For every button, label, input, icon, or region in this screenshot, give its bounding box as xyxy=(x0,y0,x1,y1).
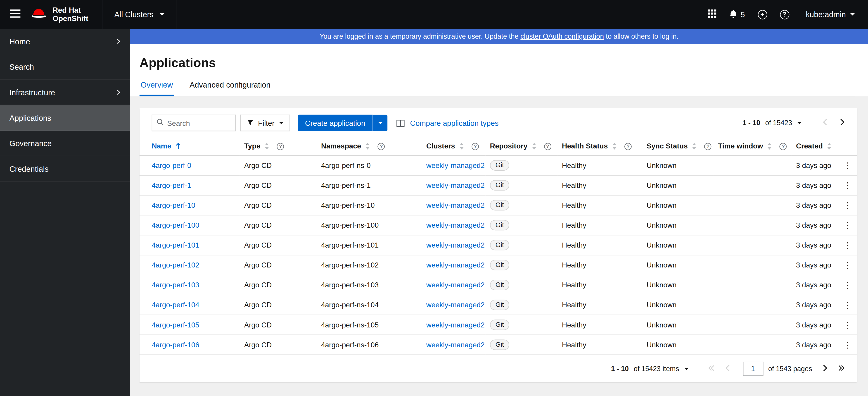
first-page-button[interactable] xyxy=(705,363,718,374)
filter-button[interactable]: Filter xyxy=(240,115,290,131)
last-page-button[interactable] xyxy=(835,363,848,374)
tab-advanced-configuration[interactable]: Advanced configuration xyxy=(188,80,272,96)
help-icon[interactable] xyxy=(705,143,712,150)
pagination-menu-toggle[interactable]: 1 - 10 of 15423 items xyxy=(611,365,689,372)
cell-created: 3 days ago xyxy=(792,255,836,275)
cluster-link[interactable]: weekly-managed2 xyxy=(426,181,485,189)
column-sort-button[interactable]: Repository xyxy=(490,142,536,150)
compare-application-types-link[interactable]: Compare application types xyxy=(410,119,498,127)
app-launcher-button[interactable] xyxy=(708,9,716,20)
sidebar-item-label: Home xyxy=(9,37,30,46)
application-name-link[interactable]: 4argo-perf-103 xyxy=(152,281,199,289)
table-row: 4argo-perf-106Argo CD4argo-perf-ns-106we… xyxy=(140,335,857,355)
search-input[interactable] xyxy=(167,119,231,127)
previous-page-button[interactable] xyxy=(722,363,733,374)
pagination-menu-toggle[interactable]: 1 - 10 of 15423 xyxy=(742,119,802,127)
help-icon[interactable] xyxy=(780,143,787,150)
column-sort-button[interactable]: Name xyxy=(152,142,181,150)
angle-left-icon xyxy=(823,119,828,127)
cluster-link[interactable]: weekly-managed2 xyxy=(426,221,485,230)
create-application-button[interactable]: Create application xyxy=(298,115,372,131)
column-sort-button[interactable]: Sync Status xyxy=(647,142,696,150)
sidebar-item-search[interactable]: Search xyxy=(0,54,130,80)
cell-name: 4argo-perf-106 xyxy=(140,335,240,355)
cell-actions: ⋮ xyxy=(836,215,857,235)
sidebar-item-label: Applications xyxy=(9,113,51,122)
row-kebab-menu-button[interactable]: ⋮ xyxy=(840,319,855,330)
add-resource-button[interactable]: + xyxy=(757,10,767,19)
cluster-link[interactable]: weekly-managed2 xyxy=(426,201,485,210)
cell-actions: ⋮ xyxy=(836,175,857,195)
help-icon[interactable] xyxy=(472,143,479,150)
row-kebab-menu-button[interactable]: ⋮ xyxy=(840,300,855,310)
row-kebab-menu-button[interactable]: ⋮ xyxy=(840,160,855,171)
current-page-input[interactable] xyxy=(743,362,763,375)
sidebar-item-applications[interactable]: Applications xyxy=(0,105,130,131)
notifications-button[interactable]: 5 xyxy=(729,9,745,20)
user-menu-dropdown[interactable]: kube:admin xyxy=(806,10,855,19)
column-sort-button[interactable]: Time window xyxy=(718,142,772,150)
caret-down-icon xyxy=(797,122,802,124)
cell-health-status: Healthy xyxy=(557,275,642,295)
tab-overview[interactable]: Overview xyxy=(140,80,174,96)
sidebar-item-credentials[interactable]: Credentials xyxy=(0,156,130,182)
application-name-link[interactable]: 4argo-perf-102 xyxy=(152,261,199,269)
main-content: You are logged in as a temporary adminis… xyxy=(130,29,868,396)
row-kebab-menu-button[interactable]: ⋮ xyxy=(840,200,855,211)
cluster-link[interactable]: weekly-managed2 xyxy=(426,281,485,289)
cell-sync-status: Unknown xyxy=(642,315,714,335)
banner-text-before: You are logged in as a temporary adminis… xyxy=(319,33,520,40)
cell-sync-status: Unknown xyxy=(642,335,714,355)
repository-type-badge: Git xyxy=(490,180,509,191)
column-sort-button[interactable]: Clusters xyxy=(426,142,464,150)
hamburger-menu-button[interactable] xyxy=(0,0,30,29)
column-sort-button[interactable]: Created xyxy=(796,142,832,150)
application-name-link[interactable]: 4argo-perf-104 xyxy=(152,301,199,309)
column-sort-button[interactable]: Health Status xyxy=(562,142,617,150)
cluster-link[interactable]: weekly-managed2 xyxy=(426,340,485,349)
create-application-toggle[interactable] xyxy=(372,115,388,131)
sidebar-item-home[interactable]: Home xyxy=(0,29,130,54)
cell-health-status: Healthy xyxy=(557,255,642,275)
row-kebab-menu-button[interactable]: ⋮ xyxy=(840,339,855,350)
cluster-link[interactable]: weekly-managed2 xyxy=(426,321,485,329)
cell-time-window xyxy=(714,195,792,215)
row-kebab-menu-button[interactable]: ⋮ xyxy=(840,260,855,270)
help-icon[interactable] xyxy=(544,143,551,150)
row-kebab-menu-button[interactable]: ⋮ xyxy=(840,280,855,290)
help-icon[interactable] xyxy=(624,143,632,150)
help-button[interactable]: ? xyxy=(780,10,789,19)
next-page-button[interactable] xyxy=(836,117,848,128)
cluster-link[interactable]: weekly-managed2 xyxy=(426,261,485,269)
pages-count-label: of 1543 pages xyxy=(768,365,812,372)
help-icon[interactable] xyxy=(378,143,385,150)
cluster-oauth-configuration-link[interactable]: cluster OAuth configuration xyxy=(520,33,604,40)
cell-clusters: weekly-managed2 xyxy=(422,275,485,295)
application-name-link[interactable]: 4argo-perf-101 xyxy=(152,241,199,249)
column-sort-button[interactable]: Namespace xyxy=(321,142,370,150)
compare-icon xyxy=(396,119,405,127)
cell-time-window xyxy=(714,155,792,175)
sidebar-item-governance[interactable]: Governance xyxy=(0,131,130,156)
application-name-link[interactable]: 4argo-perf-100 xyxy=(152,221,199,230)
previous-page-button[interactable] xyxy=(819,117,831,128)
application-name-link[interactable]: 4argo-perf-106 xyxy=(152,340,199,349)
application-name-link[interactable]: 4argo-perf-105 xyxy=(152,321,199,329)
pagination-range: 1 - 10 xyxy=(742,119,760,127)
help-icon[interactable] xyxy=(277,143,284,150)
row-kebab-menu-button[interactable]: ⋮ xyxy=(840,240,855,250)
pagination-total-items: of 15423 items xyxy=(634,365,679,372)
cluster-selector-dropdown[interactable]: All Clusters xyxy=(101,0,177,29)
cluster-link[interactable]: weekly-managed2 xyxy=(426,301,485,309)
bell-icon xyxy=(729,9,738,20)
column-sort-button[interactable]: Type xyxy=(244,142,269,150)
application-name-link[interactable]: 4argo-perf-0 xyxy=(152,161,191,170)
application-name-link[interactable]: 4argo-perf-1 xyxy=(152,181,191,189)
sidebar-item-infrastructure[interactable]: Infrastructure xyxy=(0,80,130,105)
application-name-link[interactable]: 4argo-perf-10 xyxy=(152,201,195,210)
row-kebab-menu-button[interactable]: ⋮ xyxy=(840,220,855,231)
row-kebab-menu-button[interactable]: ⋮ xyxy=(840,180,855,191)
cluster-link[interactable]: weekly-managed2 xyxy=(426,161,485,170)
next-page-button[interactable] xyxy=(819,363,831,374)
cluster-link[interactable]: weekly-managed2 xyxy=(426,241,485,249)
